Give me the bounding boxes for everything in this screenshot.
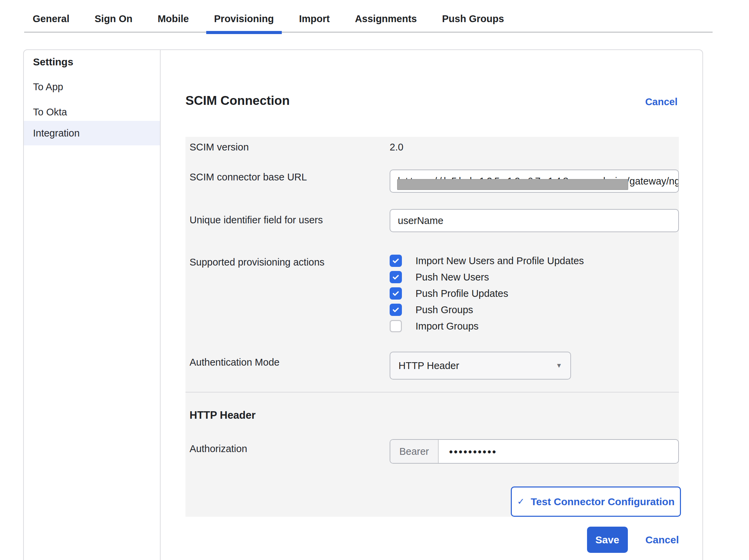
page-title: SCIM Connection — [185, 94, 290, 108]
tab-assignments[interactable]: Assignments — [355, 5, 417, 33]
check-icon — [392, 273, 400, 281]
auth-mode-label: Authentication Mode — [190, 357, 380, 368]
provisioning-actions-label: Supported provisioning actions — [190, 257, 380, 268]
tab-push-groups[interactable]: Push Groups — [442, 5, 504, 33]
http-header-heading: HTTP Header — [190, 409, 256, 421]
sidebar-header: Settings — [33, 56, 73, 68]
check-icon — [392, 289, 400, 298]
main-content: SCIM Connection Cancel SCIM version 2.0 … — [161, 50, 702, 560]
cancel-link-bottom[interactable]: Cancel — [646, 534, 679, 546]
checkbox-push-new-users[interactable] — [390, 271, 402, 283]
authorization-input-group: Bearer ●●●●●●●●●● — [390, 439, 679, 464]
tab-import[interactable]: Import — [299, 5, 330, 33]
scim-version-label: SCIM version — [190, 142, 380, 153]
scim-version-value: 2.0 — [390, 142, 403, 153]
unique-id-value: userName — [398, 215, 443, 226]
check-icon: ✓ — [517, 496, 525, 507]
base-url-label: SCIM connector base URL — [190, 172, 380, 183]
footer-actions: Save Cancel — [185, 527, 679, 553]
auth-mode-dropdown[interactable]: HTTP Header ▼ — [390, 352, 571, 380]
checkbox-label: Import Groups — [416, 321, 478, 332]
sidebar-item-to-app[interactable]: To App — [24, 75, 160, 99]
settings-sidebar: Settings To App To Okta Integration — [24, 50, 161, 560]
tab-bar-divider — [24, 32, 713, 33]
check-icon — [392, 306, 400, 314]
app-tab-bar: General Sign On Mobile Provisioning Impo… — [0, 0, 749, 33]
tab-general[interactable]: General — [33, 5, 69, 33]
checkbox-row-push-profile-updates[interactable]: Push Profile Updates — [390, 287, 584, 300]
provisioning-settings-card: Settings To App To Okta Integration SCIM… — [23, 49, 703, 560]
test-connector-button-label: Test Connector Configuration — [531, 496, 675, 508]
provisioning-actions-group: Import New Users and Profile Updates Pus… — [390, 255, 584, 336]
section-divider — [185, 392, 679, 393]
base-url-visible-text: /gateway/ng/api/scim/acc — [627, 176, 679, 187]
authorization-label: Authorization — [190, 443, 380, 454]
base-url-redacted-text: https://b5bd-125-19-67-148.ngrok.io — [398, 176, 627, 187]
unique-id-label: Unique identifier field for users — [190, 214, 380, 226]
tab-list: General Sign On Mobile Provisioning Impo… — [33, 0, 504, 33]
checkbox-label: Import New Users and Profile Updates — [416, 255, 584, 267]
auth-mode-value: HTTP Header — [398, 360, 459, 371]
tab-sign-on[interactable]: Sign On — [95, 5, 132, 33]
bearer-prefix: Bearer — [390, 440, 439, 463]
sidebar-item-integration[interactable]: Integration — [24, 121, 160, 145]
chevron-down-icon: ▼ — [556, 362, 562, 369]
authorization-token-input[interactable]: ●●●●●●●●●● — [439, 440, 497, 463]
save-button[interactable]: Save — [587, 527, 628, 553]
test-connector-configuration-button[interactable]: ✓ Test Connector Configuration — [511, 486, 681, 517]
checkbox-row-import-groups[interactable]: Import Groups — [390, 320, 584, 332]
checkbox-import-groups[interactable] — [390, 320, 402, 332]
checkbox-import-users[interactable] — [390, 255, 402, 267]
checkbox-row-push-new-users[interactable]: Push New Users — [390, 271, 584, 283]
checkbox-label: Push Profile Updates — [416, 288, 508, 299]
scim-settings-panel: SCIM version 2.0 SCIM connector base URL… — [185, 137, 679, 517]
unique-id-input[interactable]: userName — [390, 209, 679, 232]
checkbox-row-import-users[interactable]: Import New Users and Profile Updates — [390, 255, 584, 267]
checkbox-push-groups[interactable] — [390, 304, 402, 316]
tab-mobile[interactable]: Mobile — [158, 5, 189, 33]
checkbox-label: Push Groups — [416, 304, 473, 316]
tab-provisioning[interactable]: Provisioning — [214, 5, 274, 33]
base-url-input[interactable]: https://b5bd-125-19-67-148.ngrok.io/gate… — [390, 170, 679, 193]
checkbox-push-profile-updates[interactable] — [390, 287, 402, 300]
check-icon — [392, 257, 400, 265]
checkbox-row-push-groups[interactable]: Push Groups — [390, 304, 584, 316]
checkbox-label: Push New Users — [416, 272, 489, 283]
cancel-link-top[interactable]: Cancel — [645, 96, 678, 108]
